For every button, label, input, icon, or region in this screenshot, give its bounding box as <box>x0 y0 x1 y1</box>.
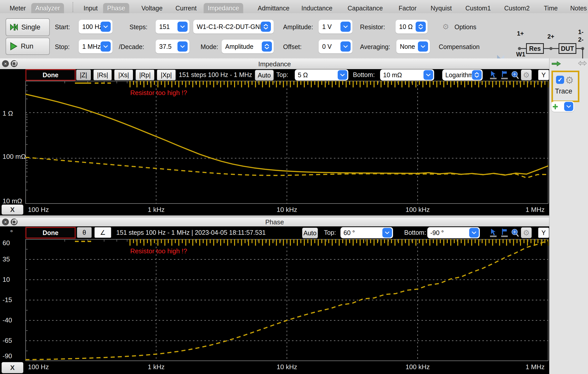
tab-inductance[interactable]: Inductance <box>297 3 336 13</box>
resize-horizontal-icon[interactable] <box>578 60 587 67</box>
updown-stepper-icon[interactable] <box>416 22 426 32</box>
chevron-down-icon[interactable] <box>423 70 433 80</box>
phase-auto-button[interactable]: Auto <box>302 228 318 238</box>
add-trace-dropdown[interactable] <box>564 102 573 111</box>
add-trace-plus-icon[interactable]: + <box>552 102 558 111</box>
impedance-y-axis-button[interactable]: Y <box>538 70 549 80</box>
impedance-auto-button[interactable]: Auto <box>255 70 274 81</box>
options-label[interactable]: Options <box>454 23 476 31</box>
chevron-down-icon[interactable] <box>418 41 428 52</box>
phase-theta-tab[interactable]: θ <box>77 227 92 238</box>
tab-nyquist[interactable]: Nyquist <box>427 3 456 13</box>
phase-status: 151 steps 100 Hz - 1 MHz | 2023-04-05 18… <box>116 229 299 236</box>
cursor-tool-icon[interactable] <box>488 70 499 80</box>
chevron-down-icon[interactable] <box>340 22 351 32</box>
tab-voltage[interactable]: Voltage <box>137 3 167 13</box>
trace-settings-gear-icon[interactable]: ⚙ <box>565 75 574 86</box>
collapse-arrow-icon[interactable] <box>551 61 561 67</box>
resistor-field[interactable]: 10 Ω <box>396 20 428 34</box>
tab-impedance[interactable]: Impedance <box>204 3 243 13</box>
trace-type-rp[interactable]: |Rp| <box>136 70 154 80</box>
chevron-down-icon[interactable] <box>177 41 188 52</box>
trace-type-xp[interactable]: |Xp| <box>157 70 176 80</box>
trace-sidebar: ✓ ⚙ Trace + <box>549 58 588 374</box>
compensation-label[interactable]: Compensation <box>439 43 480 51</box>
phase-header: × Phase <box>0 217 588 227</box>
options-gear-icon[interactable]: ⚙ <box>442 22 449 31</box>
top-label: Top: <box>324 229 336 236</box>
offset-field[interactable]: 0 V <box>319 40 352 53</box>
chevron-down-icon[interactable] <box>177 22 188 32</box>
phase-plot[interactable]: 603510-15-40-65-90 Resistor too high !? <box>0 239 549 361</box>
plot-settings-gear-icon[interactable]: ⚙ <box>521 227 532 238</box>
impedance-x-axis-button[interactable]: X <box>2 205 23 215</box>
chevron-down-icon[interactable] <box>340 41 351 52</box>
sweep-toolbar: Single Run Start: 100 Hz Steps: 151 W1-C… <box>0 13 588 59</box>
trace-type-xs[interactable]: |Xs| <box>114 70 133 80</box>
x-axis-tick-label: 1 kHz <box>148 206 165 214</box>
impedance-title: Impedance <box>0 60 549 68</box>
amplitude-field[interactable]: 1 V <box>319 20 352 34</box>
impedance-control-bar: Done |Z||Rs||Xs||Rp||Xp| 151 steps 100 H… <box>0 69 549 81</box>
impedance-done-button[interactable]: Done <box>25 69 76 81</box>
phase-x-axis-bar: X 100 Hz1 kHz10 kHz100 kHz1 MHz <box>0 361 549 374</box>
tab-phase[interactable]: Phase <box>103 3 129 13</box>
per-decade-field[interactable]: 37.5 <box>156 40 189 53</box>
phase-y-axis-button[interactable]: Y <box>538 228 549 238</box>
y-axis-tick-label: 35 <box>3 255 10 263</box>
tab-current[interactable]: Current <box>171 3 201 13</box>
impedance-bottom-field[interactable]: 10 mΩ <box>380 69 434 81</box>
start-field[interactable]: 100 Hz <box>79 20 112 34</box>
tab-analyzer[interactable]: Analyzer <box>31 3 64 13</box>
chevron-down-icon[interactable] <box>101 41 111 52</box>
trace-enable-checkbox[interactable]: ✓ <box>556 76 564 84</box>
tab-admittance[interactable]: Admittance <box>254 3 293 13</box>
flag-marker-icon[interactable] <box>499 70 510 80</box>
y-axis-tick-label: 100 mΩ <box>3 153 26 161</box>
chevron-down-icon[interactable] <box>338 70 347 80</box>
tab-custom2[interactable]: Custom2 <box>500 3 534 13</box>
impedance-plot-canvas <box>25 81 548 204</box>
averaging-field[interactable]: None <box>396 40 430 53</box>
mode-combo[interactable]: Amplitude <box>222 40 274 53</box>
phase-x-axis-button[interactable]: X <box>2 362 23 373</box>
chevron-down-icon[interactable] <box>469 228 479 238</box>
impedance-x-axis-bar: X 100 Hz1 kHz10 kHz100 kHz1 MHz <box>0 204 549 215</box>
single-icon <box>10 23 18 32</box>
updown-stepper-icon[interactable] <box>472 70 482 80</box>
stop-field[interactable]: 1 MHz <box>79 40 112 53</box>
trace-type-rs[interactable]: |Rs| <box>93 70 112 80</box>
phase-bottom-field[interactable]: -90 ° <box>427 227 480 238</box>
chevron-down-icon[interactable] <box>382 228 392 238</box>
tab-notes[interactable]: Notes <box>566 3 588 13</box>
flag-marker-icon[interactable] <box>499 227 510 238</box>
updown-stepper-icon[interactable] <box>261 22 271 32</box>
trace-type-z[interactable]: |Z| <box>76 70 91 80</box>
cursor-tool-icon[interactable] <box>488 227 499 238</box>
chevron-down-icon[interactable] <box>101 22 111 32</box>
phase-angle-tab[interactable]: ∠ <box>94 227 111 238</box>
phase-done-button[interactable]: Done <box>25 227 76 239</box>
tab-custom1[interactable]: Custom1 <box>461 3 495 13</box>
tab-time[interactable]: Time <box>540 3 562 13</box>
tab-capacitance[interactable]: Capacitance <box>344 3 387 13</box>
steps-field[interactable]: 151 <box>156 20 189 34</box>
updown-stepper-icon[interactable] <box>262 41 272 52</box>
tab-factor[interactable]: Factor <box>395 3 421 13</box>
tab-meter[interactable]: Meter <box>6 3 30 13</box>
x-axis-tick-label: 100 Hz <box>28 363 49 371</box>
impedance-top-field[interactable]: 5 Ω <box>295 69 348 81</box>
impedance-scale-combo[interactable]: Logarithmic <box>442 69 483 81</box>
sweep-config-combo[interactable]: W1-C1-R-C2-DUT-GND <box>193 20 274 34</box>
zoom-magnifier-icon[interactable] <box>510 70 520 80</box>
impedance-plot[interactable]: 1 Ω100 mΩ10 mΩ Resistor too high !? <box>0 81 549 204</box>
zoom-magnifier-icon[interactable] <box>510 227 520 238</box>
phase-plot-canvas <box>25 239 548 361</box>
mode-label: Mode: <box>201 43 218 51</box>
tab-input[interactable]: Input <box>79 3 102 13</box>
y-axis-tick-label: -15 <box>3 296 12 304</box>
run-button[interactable]: Run <box>6 38 50 55</box>
plot-settings-gear-icon[interactable]: ⚙ <box>521 70 532 80</box>
phase-top-field[interactable]: 60 ° <box>340 227 393 238</box>
single-button[interactable]: Single <box>6 18 50 36</box>
